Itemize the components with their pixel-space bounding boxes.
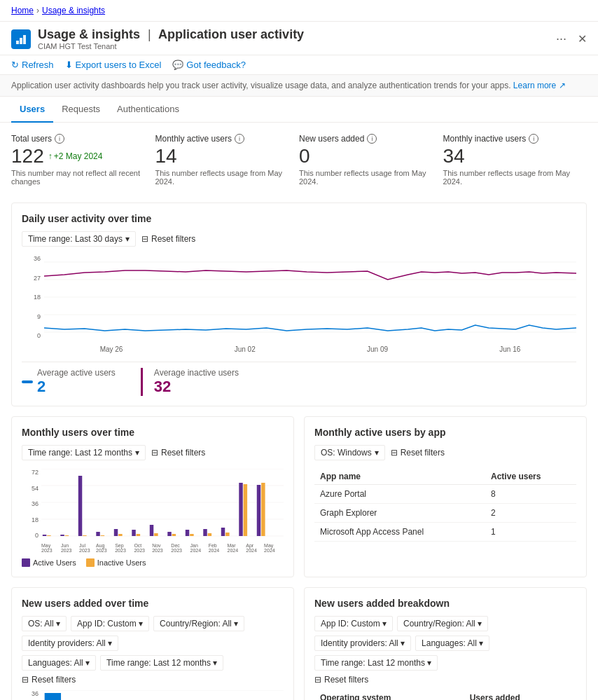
app-usage-table: App name Active users Azure Portal 8 Gra… (314, 469, 576, 542)
breakdown-app-id-filter[interactable]: App ID: Custom ▾ (314, 616, 393, 631)
svg-rect-35 (239, 483, 242, 536)
stat-total-users: Total users i 122 ↑ +2 May 2024 This num… (11, 134, 155, 191)
breakdown-time-range-filter[interactable]: Time range: Last 12 months ▾ (314, 655, 438, 671)
svg-rect-21 (114, 529, 118, 536)
info-icon-new-users[interactable]: i (367, 134, 377, 144)
filter-icon-5: ⊟ (314, 675, 321, 685)
learn-more-link[interactable]: Learn more ↗ (513, 81, 566, 90)
svg-rect-32 (208, 533, 211, 536)
svg-rect-38 (261, 483, 265, 536)
breadcrumb-home[interactable]: Home (11, 6, 34, 15)
svg-rect-18 (83, 535, 86, 536)
time-range-filter[interactable]: Time range: Last 30 days ▾ (22, 231, 136, 247)
svg-rect-37 (257, 485, 260, 536)
monthly-users-title: Monthly users over time (22, 427, 284, 438)
os-all-filter[interactable]: OS: All ▾ (22, 616, 67, 631)
daily-chart-legend: Average active users 2 Average inactive … (22, 362, 576, 396)
page-title: Usage & insights | Application user acti… (38, 27, 556, 42)
users-added-header: Users added (464, 690, 576, 700)
svg-rect-2 (23, 35, 26, 44)
reset-new-users-link[interactable]: ⊟ Reset filters (22, 675, 284, 685)
two-col-row-2: New users added over time OS: All ▾ App … (11, 587, 587, 700)
breakdown-identity-filter[interactable]: Identity providers: All ▾ (314, 636, 411, 651)
table-row: Graph Explorer 2 (314, 504, 576, 523)
svg-rect-14 (47, 535, 50, 536)
new-users-filters: OS: All ▾ App ID: Custom ▾ Country/Regio… (22, 616, 284, 651)
svg-rect-27 (167, 532, 171, 536)
stats-row: Total users i 122 ↑ +2 May 2024 This num… (11, 134, 587, 191)
svg-rect-16 (65, 535, 69, 536)
breadcrumb: Home › Usage & insights (0, 0, 598, 22)
breadcrumb-section[interactable]: Usage & insights (42, 6, 105, 15)
breakdown-table: Operating system Users added Windows 30 … (314, 690, 576, 700)
svg-rect-0 (16, 41, 19, 44)
identity-filter[interactable]: Identity providers: All ▾ (22, 636, 118, 651)
svg-rect-43 (45, 693, 61, 700)
reset-filters-button[interactable]: ⊟ Reset filters (141, 234, 195, 244)
svg-rect-23 (132, 530, 135, 536)
country-filter[interactable]: Country/Region: All ▾ (153, 616, 244, 631)
chevron-icon: ▾ (135, 448, 139, 458)
tab-requests[interactable]: Requests (53, 97, 109, 123)
export-button[interactable]: ⬇ Export users to Excel (65, 60, 162, 70)
close-icon[interactable]: ✕ (578, 32, 587, 46)
new-users-breakdown: New users added breakdown App ID: Custom… (304, 587, 587, 700)
monthly-active-by-app: Monthly active users by app OS: Windows … (304, 416, 587, 577)
feedback-icon: 💬 (172, 60, 183, 70)
svg-rect-20 (101, 535, 104, 536)
app-reset-button[interactable]: ⊟ Reset filters (391, 448, 445, 458)
feedback-button[interactable]: 💬 Got feedback? (172, 60, 246, 70)
chevron-down-icon: ▾ (125, 234, 130, 244)
monthly-time-range-filter[interactable]: Time range: Last 12 months ▾ (22, 445, 146, 460)
filter-icon: ⊟ (141, 234, 148, 244)
breakdown-languages-filter[interactable]: Languages: All ▾ (415, 636, 489, 651)
svg-rect-36 (244, 484, 247, 536)
chevron-icon-2: ▾ (375, 448, 379, 458)
filter-icon-2: ⊟ (151, 448, 158, 458)
more-options-icon[interactable]: ··· (556, 32, 566, 46)
monthly-bar-legend: Active Users Inactive Users (22, 558, 284, 567)
info-icon-total[interactable]: i (55, 134, 64, 144)
active-users-header: Active users (485, 469, 576, 485)
tenant-name: CIAM HGT Test Tenant (38, 42, 556, 50)
svg-rect-29 (186, 530, 189, 536)
svg-rect-15 (60, 535, 64, 536)
breakdown-filters: App ID: Custom ▾ Country/Region: All ▾ I… (314, 616, 576, 651)
two-col-row-1: Monthly users over time Time range: Last… (11, 416, 587, 577)
breakdown-country-filter[interactable]: Country/Region: All ▾ (397, 616, 488, 631)
toolbar: ↻ Refresh ⬇ Export users to Excel 💬 Got … (0, 55, 598, 75)
svg-rect-26 (154, 533, 158, 536)
refresh-icon: ↻ (11, 60, 19, 70)
app-id-filter[interactable]: App ID: Custom ▾ (71, 616, 149, 631)
time-range-filter-2[interactable]: Time range: Last 12 months ▾ (100, 655, 223, 671)
info-icon-monthly-inactive[interactable]: i (529, 134, 538, 144)
reset-breakdown-link[interactable]: ⊟ Reset filters (314, 675, 576, 685)
svg-rect-28 (172, 534, 176, 536)
page-header: Usage & insights | Application user acti… (0, 22, 598, 55)
refresh-button[interactable]: ↻ Refresh (11, 60, 54, 70)
monthly-active-by-app-title: Monthly active users by app (314, 427, 576, 438)
svg-rect-24 (137, 534, 140, 536)
svg-rect-1 (20, 38, 22, 44)
app-icon (11, 29, 31, 49)
svg-rect-19 (96, 532, 99, 536)
svg-rect-22 (118, 534, 122, 536)
languages-filter[interactable]: Languages: All ▾ (22, 655, 96, 671)
stat-new-users: New users added i 0 This number reflects… (299, 134, 443, 191)
monthly-users-chart: Monthly users over time Time range: Last… (11, 416, 294, 577)
info-icon-monthly-active[interactable]: i (235, 134, 244, 144)
svg-rect-25 (150, 525, 153, 536)
new-users-over-time-chart: New users added over time OS: All ▾ App … (11, 587, 294, 700)
tab-authentications[interactable]: Authentications (109, 97, 188, 123)
svg-rect-34 (225, 533, 229, 536)
tab-users[interactable]: Users (11, 97, 53, 123)
os-filter[interactable]: OS: Windows ▾ (314, 445, 385, 460)
monthly-reset-button[interactable]: ⊟ Reset filters (151, 448, 205, 458)
svg-rect-30 (190, 534, 193, 536)
app-name-header: App name (314, 469, 485, 485)
svg-rect-33 (221, 528, 225, 536)
tab-bar: Users Requests Authentications (0, 97, 598, 123)
new-users-title: New users added over time (22, 598, 284, 609)
stat-monthly-active: Monthly active users i 14 This number re… (155, 134, 300, 191)
daily-chart-title: Daily user activity over time (22, 213, 576, 224)
